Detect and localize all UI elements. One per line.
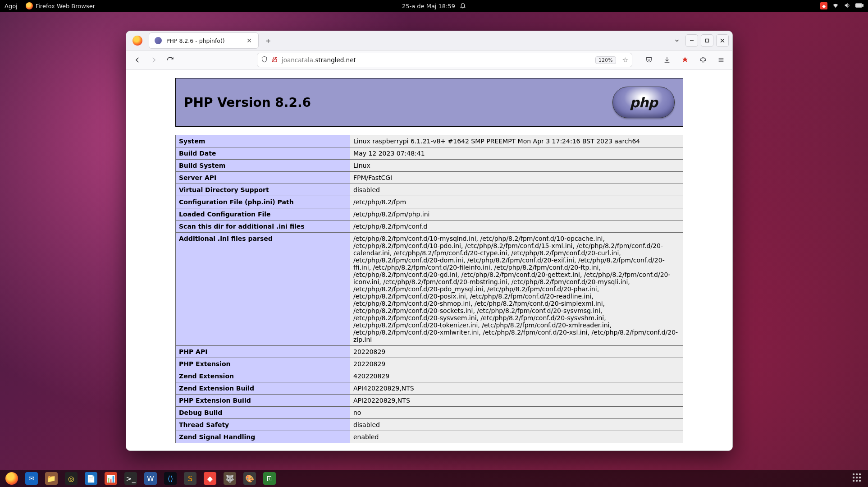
phpinfo-row: PHP Extension20220829 [176, 358, 683, 370]
dock-files-icon[interactable]: 📁 [45, 472, 58, 485]
svg-rect-1 [862, 4, 863, 6]
dock-firefox-icon[interactable] [5, 472, 18, 485]
phpinfo-row: Scan this dir for additional .ini files/… [176, 221, 683, 233]
phpinfo-value: Linux raspberrypi 6.1.21-v8+ #1642 SMP P… [350, 135, 683, 147]
phpinfo-value: Linux [350, 160, 683, 172]
phpinfo-row: Build SystemLinux [176, 160, 683, 172]
phpinfo-row: Debug Buildno [176, 407, 683, 419]
firefox-icon [26, 2, 33, 9]
gnome-topbar: Agoj Firefox Web Browser 25-a de Maj 18:… [0, 0, 868, 12]
phpinfo-value: API420220829,NTS [350, 382, 683, 395]
lock-insecure-icon[interactable] [271, 56, 278, 64]
reload-button[interactable] [164, 54, 176, 66]
extensions-button[interactable] [697, 54, 709, 66]
phpinfo-value: API20220829,NTS [350, 395, 683, 407]
phpinfo-key: Build Date [176, 147, 350, 160]
topbar-clock[interactable]: 25-a de Maj 18:59 [402, 3, 455, 9]
dock-libreoffice-impress-icon[interactable]: 📊 [105, 472, 117, 485]
phpinfo-value: no [350, 407, 683, 419]
volume-icon[interactable] [844, 2, 851, 10]
firefox-window: PHP 8.2.6 - phpinfo() ✕ ＋ [126, 31, 733, 451]
svg-rect-2 [856, 4, 861, 7]
php-version-heading: PHP Version 8.2.6 [184, 95, 311, 110]
pocket-icon[interactable] [643, 54, 655, 66]
phpinfo-key: Virtual Directory Support [176, 184, 350, 196]
phpinfo-row: PHP API20220829 [176, 346, 683, 358]
phpinfo-row: Configuration File (php.ini) Path/etc/ph… [176, 196, 683, 208]
phpinfo-value: 20220829 [350, 346, 683, 358]
page-viewport[interactable]: PHP Version 8.2.6 php SystemLinux raspbe… [126, 70, 732, 450]
phpinfo-row: PHP Extension BuildAPI20220829,NTS [176, 395, 683, 407]
phpinfo-key: PHP Extension [176, 358, 350, 370]
phpinfo-value: FPM/FastCGI [350, 172, 683, 184]
forward-button[interactable] [148, 54, 160, 66]
phpinfo-value: enabled [350, 431, 683, 443]
dock-gimp-icon[interactable]: 🐺 [224, 472, 236, 485]
downloads-icon[interactable] [661, 54, 673, 66]
navigation-bar: joancatala.strangled.net 120% ☆ [126, 51, 732, 70]
url-text: joancatala.strangled.net [282, 56, 356, 64]
back-button[interactable] [132, 54, 143, 66]
dock-thunderbird-icon[interactable]: ✉ [25, 472, 38, 485]
app-menu-button[interactable] [715, 54, 727, 66]
window-maximize-button[interactable] [701, 34, 713, 47]
phpinfo-value: /etc/php/8.2/fpm/conf.d/10-mysqlnd.ini, … [350, 233, 683, 346]
phpinfo-row: Zend Extension BuildAPI420220829,NTS [176, 382, 683, 395]
show-apps-button[interactable] [853, 473, 863, 483]
battery-icon[interactable] [855, 2, 863, 10]
address-bar[interactable]: joancatala.strangled.net 120% ☆ [257, 53, 632, 67]
phpinfo-key: Zend Extension [176, 370, 350, 382]
browser-tab[interactable]: PHP 8.2.6 - phpinfo() ✕ [149, 32, 259, 49]
phpinfo-value: May 12 2023 07:48:41 [350, 147, 683, 160]
phpinfo-key: Additional .ini files parsed [176, 233, 350, 346]
tab-favicon-icon [155, 37, 162, 44]
dock-vscode-icon[interactable]: ⟨⟩ [164, 472, 177, 485]
dock-terminal-icon[interactable]: >_ [124, 472, 137, 485]
phpinfo-table: SystemLinux raspberrypi 6.1.21-v8+ #1642… [175, 135, 683, 443]
phpinfo-key: Zend Extension Build [176, 382, 350, 395]
dock-word-like-icon[interactable]: W [144, 472, 157, 485]
zoom-indicator[interactable]: 120% [595, 56, 616, 64]
phpinfo-value: 420220829 [350, 370, 683, 382]
phpinfo-key: Configuration File (php.ini) Path [176, 196, 350, 208]
tab-title: PHP 8.2.6 - phpinfo() [166, 37, 225, 44]
dock-calculator-icon[interactable]: 🗓 [263, 472, 276, 485]
shield-icon[interactable] [261, 56, 268, 64]
phpinfo-value: /etc/php/8.2/fpm [350, 196, 683, 208]
phpinfo-row: Loaded Configuration File/etc/php/8.2/fp… [176, 208, 683, 221]
phpinfo-header: PHP Version 8.2.6 php [175, 78, 683, 127]
all-tabs-button[interactable] [671, 35, 683, 46]
window-close-button[interactable] [716, 34, 729, 47]
new-tab-button[interactable]: ＋ [261, 34, 275, 47]
tray-indicator-icon[interactable]: ◆ [820, 2, 827, 9]
topbar-app-label: Firefox Web Browser [36, 3, 95, 9]
phpinfo-key: Debug Build [176, 407, 350, 419]
phpinfo-value: 20220829 [350, 358, 683, 370]
phpinfo-row: Server APIFPM/FastCGI [176, 172, 683, 184]
window-minimize-button[interactable] [685, 34, 698, 47]
phpinfo-row: SystemLinux raspberrypi 6.1.21-v8+ #1642… [176, 135, 683, 147]
phpinfo-key: Build System [176, 160, 350, 172]
dock-sublime-icon[interactable]: S [184, 472, 196, 485]
phpinfo-row: Zend Signal Handlingenabled [176, 431, 683, 443]
dock-anydesk-icon[interactable]: ◆ [204, 472, 216, 485]
tab-close-button[interactable]: ✕ [245, 37, 254, 45]
bottom-dock: ✉📁◎📄📊>_W⟨⟩S◆🐺🎨🗓 [0, 470, 868, 487]
dock-libreoffice-writer-icon[interactable]: 📄 [85, 472, 97, 485]
phpinfo-key: Scan this dir for additional .ini files [176, 221, 350, 233]
phpinfo-key: Zend Signal Handling [176, 431, 350, 443]
dock-color-picker-icon[interactable]: 🎨 [243, 472, 256, 485]
dock-rhythmbox-icon[interactable]: ◎ [65, 472, 78, 485]
firefox-logo-icon [132, 36, 142, 46]
notifications-icon[interactable] [460, 2, 466, 10]
tab-strip: PHP 8.2.6 - phpinfo() ✕ ＋ [126, 31, 732, 51]
phpinfo-row: Additional .ini files parsed/etc/php/8.2… [176, 233, 683, 346]
phpinfo-row: Thread Safetydisabled [176, 419, 683, 431]
wifi-icon[interactable] [832, 2, 839, 10]
phpinfo-page: PHP Version 8.2.6 php SystemLinux raspbe… [175, 78, 683, 443]
bookmark-star-icon[interactable]: ☆ [622, 56, 628, 64]
phpinfo-key: PHP Extension Build [176, 395, 350, 407]
topbar-app-menu[interactable]: Firefox Web Browser [26, 2, 95, 9]
extension-icon[interactable] [679, 54, 691, 66]
activities-button[interactable]: Agoj [5, 3, 18, 9]
